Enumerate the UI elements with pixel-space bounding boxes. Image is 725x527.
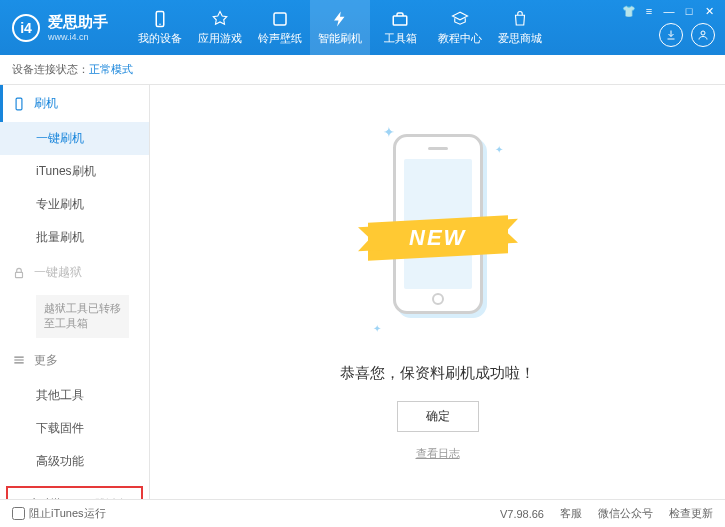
skin-icon[interactable]: 👕 [621,4,637,18]
status-value: 正常模式 [89,62,133,77]
app-url: www.i4.cn [48,32,108,42]
logo-icon: i4 [12,14,40,42]
phone-icon [12,97,26,111]
sidebar-item-itunes-flash[interactable]: iTunes刷机 [0,155,149,188]
sidebar-group-more[interactable]: 更多 [0,342,149,379]
nav-smart-flash[interactable]: 智能刷机 [310,0,370,55]
sidebar-item-batch-flash[interactable]: 批量刷机 [0,221,149,254]
sidebar-item-oneclick-flash[interactable]: 一键刷机 [0,122,149,155]
sidebar-item-pro-flash[interactable]: 专业刷机 [0,188,149,221]
sidebar-item-advanced[interactable]: 高级功能 [0,445,149,478]
group-label: 刷机 [34,95,58,112]
ok-button[interactable]: 确定 [397,401,479,432]
app-header: i4 爱思助手 www.i4.cn 我的设备 应用游戏 铃声壁纸 智能刷机 工具… [0,0,725,55]
version-label: V7.98.66 [500,508,544,520]
more-icon [12,353,26,367]
group-label: 一键越狱 [34,264,82,281]
lock-icon [12,266,26,280]
close-icon[interactable]: ✕ [701,4,717,18]
apps-icon [211,10,229,28]
download-button[interactable] [659,23,683,47]
maximize-icon[interactable]: □ [681,4,697,18]
status-label: 设备连接状态： [12,62,89,77]
nav-apps-games[interactable]: 应用游戏 [190,0,250,55]
window-controls: 👕 ≡ — □ ✕ [621,4,717,18]
new-badge: NEW [368,215,508,260]
nav-label: 我的设备 [138,31,182,46]
view-log-link[interactable]: 查看日志 [416,446,460,461]
main-panel: ✦ ✦ ✦ NEW 恭喜您，保资料刷机成功啦！ 确定 查看日志 [150,85,725,499]
nav-toolbox[interactable]: 工具箱 [370,0,430,55]
app-title: 爱思助手 [48,13,108,32]
sidebar: 刷机 一键刷机 iTunes刷机 专业刷机 批量刷机 一键越狱 越狱工具已转移至… [0,85,150,499]
logo-area: i4 爱思助手 www.i4.cn [0,13,120,42]
store-icon [511,10,529,28]
nav-tutorials[interactable]: 教程中心 [430,0,490,55]
nav-label: 教程中心 [438,31,482,46]
nav-label: 智能刷机 [318,31,362,46]
svg-rect-5 [16,98,22,110]
svg-rect-3 [393,16,407,25]
nav-my-device[interactable]: 我的设备 [130,0,190,55]
footer-link-update[interactable]: 检查更新 [669,506,713,521]
checkbox-label: 阻止iTunes运行 [29,506,106,521]
menu-icon[interactable]: ≡ [641,4,657,18]
footer: 阻止iTunes运行 V7.98.66 客服 微信公众号 检查更新 [0,499,725,527]
phone-illustration: ✦ ✦ ✦ NEW [373,124,503,344]
footer-link-support[interactable]: 客服 [560,506,582,521]
svg-point-4 [701,31,705,35]
footer-link-wechat[interactable]: 微信公众号 [598,506,653,521]
checkbox-input[interactable] [12,507,25,520]
options-frame: 自动激活 跳过向导 [6,486,143,499]
sparkle-icon: ✦ [373,323,381,334]
nav-label: 应用游戏 [198,31,242,46]
group-label: 更多 [34,352,58,369]
nav-label: 铃声壁纸 [258,31,302,46]
nav-store[interactable]: 爱思商城 [490,0,550,55]
block-itunes-checkbox[interactable]: 阻止iTunes运行 [12,506,106,521]
toolbox-icon [391,10,409,28]
sidebar-group-flash[interactable]: 刷机 [0,85,149,122]
user-button[interactable] [691,23,715,47]
sidebar-group-jailbreak: 一键越狱 [0,254,149,291]
wallpaper-icon [271,10,289,28]
nav-ringtones[interactable]: 铃声壁纸 [250,0,310,55]
svg-rect-6 [16,272,23,277]
svg-rect-2 [274,13,286,25]
svg-point-1 [159,23,161,25]
nav-label: 工具箱 [384,31,417,46]
sidebar-item-other-tools[interactable]: 其他工具 [0,379,149,412]
status-bar: 设备连接状态： 正常模式 [0,55,725,85]
phone-icon [151,10,169,28]
sparkle-icon: ✦ [495,144,503,155]
sparkle-icon: ✦ [383,124,395,140]
jailbreak-note: 越狱工具已转移至工具箱 [36,295,129,338]
main-nav: 我的设备 应用游戏 铃声壁纸 智能刷机 工具箱 教程中心 爱思商城 [130,0,550,55]
minimize-icon[interactable]: — [661,4,677,18]
sidebar-item-download-firmware[interactable]: 下载固件 [0,412,149,445]
tutorial-icon [451,10,469,28]
success-message: 恭喜您，保资料刷机成功啦！ [340,364,535,383]
flash-icon [331,10,349,28]
nav-label: 爱思商城 [498,31,542,46]
